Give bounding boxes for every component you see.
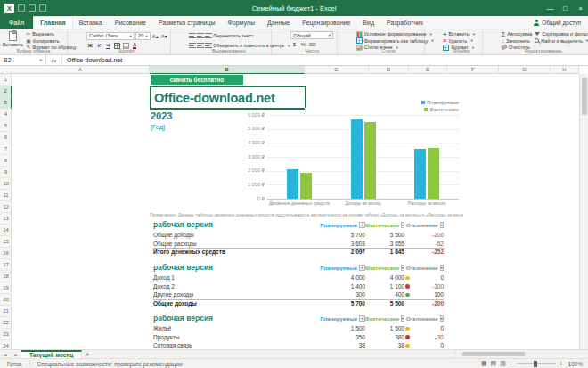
column-header-H[interactable]: H: [551, 66, 579, 74]
insert-cells-button[interactable]: +Вставить▾: [443, 31, 475, 37]
row-header-8[interactable]: 8: [0, 155, 12, 167]
filter-dropdown-button[interactable]: ▾: [440, 315, 444, 322]
column-header-F[interactable]: F: [447, 66, 499, 74]
sheet-tab-Текущий месяц[interactable]: Текущий месяц: [21, 350, 82, 358]
share-button[interactable]: Общий доступ: [527, 16, 588, 29]
page-layout-view-icon[interactable]: ▤: [491, 360, 497, 367]
tab-Вид[interactable]: Вид: [356, 16, 380, 29]
row-header-9[interactable]: 9: [0, 167, 12, 178]
align-middle-icon[interactable]: [197, 33, 204, 38]
filter-dropdown-button[interactable]: ▾: [401, 265, 404, 271]
column-header-B[interactable]: B: [150, 66, 305, 74]
row-header-23[interactable]: 23: [0, 329, 12, 340]
sheet-grid[interactable]: 123456789101112131415161718192021222324 …: [0, 74, 579, 349]
row-header-24[interactable]: 24: [0, 340, 12, 349]
tab-Рисование[interactable]: Рисование: [109, 16, 152, 29]
row-header-3[interactable]: 3: [0, 97, 12, 109]
maximize-button[interactable]: □: [558, 0, 573, 16]
name-box[interactable]: B2▾: [0, 55, 46, 66]
increase-font-button[interactable]: А▴: [151, 32, 159, 40]
row-header-12[interactable]: 12: [0, 201, 12, 213]
row-header-10[interactable]: 10: [0, 178, 12, 190]
zoom-slider-thumb[interactable]: [534, 361, 538, 367]
number-format-select[interactable]: Общий▾: [290, 31, 333, 39]
row-header-22[interactable]: 22: [0, 317, 12, 329]
add-sheet-button[interactable]: +: [82, 350, 93, 358]
conditional-formatting-button[interactable]: Условное форматирование▾: [356, 31, 434, 37]
tab-Формулы[interactable]: Формулы: [222, 16, 261, 29]
scrollbar-thumb[interactable]: [462, 352, 525, 356]
tab-Данные[interactable]: Данные: [261, 16, 296, 29]
tab-Разметка страницы[interactable]: Разметка страницы: [152, 16, 222, 29]
tab-Файл[interactable]: Файл: [0, 16, 33, 29]
undo-icon[interactable]: [29, 4, 36, 12]
font-name-select[interactable]: Calibri (Заго▾: [86, 32, 135, 40]
column-header-D[interactable]: D: [369, 66, 409, 74]
zoom-out-button[interactable]: −: [510, 361, 513, 367]
row-header-19[interactable]: 19: [0, 282, 12, 294]
delete-cells-button[interactable]: ×Удалить▾: [443, 38, 475, 45]
font-size-select[interactable]: 20▾: [135, 32, 151, 40]
page-break-view-icon[interactable]: ▥: [500, 360, 506, 367]
redo-icon[interactable]: [39, 4, 46, 12]
vertical-scrollbar[interactable]: [579, 74, 588, 349]
cut-button[interactable]: ✂Вырезать: [26, 31, 76, 37]
minimize-button[interactable]: —: [543, 0, 558, 16]
filter-dropdown-button[interactable]: ▾: [440, 222, 444, 228]
filter-dropdown-button[interactable]: ▾: [401, 315, 404, 322]
decrease-font-button[interactable]: А▾: [160, 32, 168, 40]
formula-input[interactable]: Office-download.net: [62, 57, 122, 63]
column-header-E[interactable]: E: [409, 66, 447, 74]
row-header-4[interactable]: 4: [0, 109, 12, 120]
sort-filter-button[interactable]: Сортировка и фильтр▾: [535, 31, 588, 37]
row-header-2[interactable]: 2: [0, 86, 12, 97]
autosum-button[interactable]: ΣАвтосумма: [502, 31, 532, 37]
column-header-A[interactable]: A: [12, 66, 150, 74]
row-header-15[interactable]: 15: [0, 236, 12, 248]
sheet-nav-left-icon[interactable]: ◂: [0, 350, 11, 358]
row-header-17[interactable]: 17: [0, 259, 12, 271]
align-top-icon[interactable]: [189, 33, 196, 38]
table-row[interactable]: Жильё1 5001 5000: [0, 324, 579, 333]
row-header-7[interactable]: 7: [0, 143, 12, 155]
zoom-slider[interactable]: [517, 363, 556, 365]
table-row[interactable]: Сотовая связь38380: [0, 341, 579, 349]
row-header-14[interactable]: 14: [0, 225, 12, 236]
tab-Разработчик[interactable]: Разработчик: [380, 16, 429, 29]
copy-button[interactable]: ▣Копировать: [26, 38, 76, 45]
table-row[interactable]: Общие доходы5 7005 500-200: [0, 231, 579, 240]
horizontal-scrollbar[interactable]: [454, 350, 588, 358]
row-header-1[interactable]: 1: [0, 74, 12, 86]
tab-Главная[interactable]: Главная: [33, 16, 72, 29]
format-as-table-button[interactable]: Форматировать как таблицу▾: [356, 38, 434, 45]
fill-button[interactable]: ↓Заполнить: [502, 38, 532, 45]
zoom-in-button[interactable]: +: [559, 361, 563, 367]
normal-view-icon[interactable]: ▦: [481, 360, 487, 367]
find-select-button[interactable]: Найти и выделить▾: [535, 38, 588, 45]
table-row[interactable]: Другие доходы300400100: [0, 290, 579, 299]
fx-icon[interactable]: fx: [46, 55, 62, 66]
row-header-13[interactable]: 13: [0, 213, 12, 225]
row-header-16[interactable]: 16: [0, 248, 12, 259]
filter-dropdown-button[interactable]: ▾: [440, 265, 444, 271]
tab-Рецензирование[interactable]: Рецензирование: [296, 16, 356, 29]
filter-dropdown-button[interactable]: ▾: [401, 222, 404, 228]
row-header-21[interactable]: 21: [0, 306, 12, 317]
table-total-row[interactable]: Общие доходы5 7005 500-200: [0, 299, 579, 308]
save-icon[interactable]: [18, 4, 25, 12]
row-header-5[interactable]: 5: [0, 120, 12, 132]
close-button[interactable]: ×: [573, 0, 588, 16]
table-total-row[interactable]: Итого денежных средств2 0971 845-252: [0, 248, 579, 257]
zoom-level[interactable]: 100%: [567, 361, 583, 367]
scrollbar-thumb[interactable]: [582, 78, 587, 115]
tab-Вставка[interactable]: Вставка: [73, 16, 109, 29]
sheet-nav-right-icon[interactable]: ▸: [11, 350, 21, 358]
wrap-text-button[interactable]: Переносить текст: [213, 33, 253, 39]
table-row[interactable]: Продукты350380-30: [0, 333, 579, 342]
table-row[interactable]: Доход 14 0004 0000: [0, 274, 579, 282]
align-bottom-icon[interactable]: [205, 33, 212, 38]
row-header-11[interactable]: 11: [0, 190, 12, 201]
row-header-20[interactable]: 20: [0, 294, 12, 306]
table-row[interactable]: Доход 21 4001 100-300: [0, 282, 579, 291]
column-header-G[interactable]: G: [499, 66, 551, 74]
